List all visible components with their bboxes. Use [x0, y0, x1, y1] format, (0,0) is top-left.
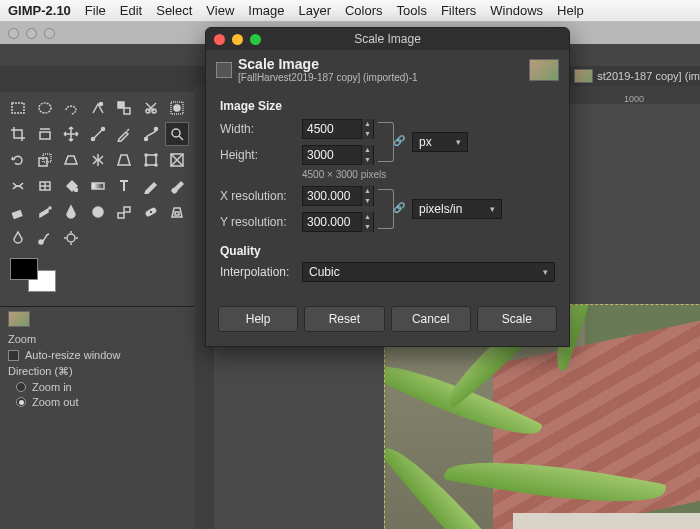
tool-color-picker-icon[interactable] [112, 122, 136, 146]
menu-tools[interactable]: Tools [397, 3, 427, 18]
xres-spinner[interactable]: ▲▼ [302, 186, 374, 206]
svg-point-1 [39, 103, 51, 113]
tool-cage-icon[interactable] [165, 148, 189, 172]
tool-ink-icon[interactable] [59, 200, 83, 224]
tool-zoom-icon[interactable] [165, 122, 189, 146]
menu-layer[interactable]: Layer [298, 3, 331, 18]
traffic-min-icon[interactable] [26, 28, 37, 39]
tool-perspective-clone-icon[interactable] [165, 200, 189, 224]
dialog-header-title: Scale Image [238, 56, 529, 72]
width-spinner[interactable]: ▲▼ [302, 119, 374, 139]
spin-down-icon[interactable]: ▼ [361, 222, 373, 232]
spin-down-icon[interactable]: ▼ [361, 196, 373, 206]
tool-gradient-icon[interactable] [86, 174, 110, 198]
tool-free-select-icon[interactable] [59, 96, 83, 120]
autoresize-row[interactable]: Auto-resize window [8, 349, 186, 361]
tool-brush-icon[interactable] [165, 174, 189, 198]
tool-text-icon[interactable] [112, 174, 136, 198]
tool-bucket-icon[interactable] [59, 174, 83, 198]
tool-eraser-icon[interactable] [6, 200, 30, 224]
xres-input[interactable] [303, 189, 361, 203]
link-bracket-icon: 🔗 [378, 122, 394, 162]
foreground-color-icon[interactable] [10, 258, 38, 280]
menu-edit[interactable]: Edit [120, 3, 142, 18]
tool-measure-icon[interactable] [86, 122, 110, 146]
traffic-close-icon[interactable] [8, 28, 19, 39]
spin-down-icon[interactable]: ▼ [361, 155, 373, 165]
tool-move-icon[interactable] [59, 122, 83, 146]
tool-shear-icon[interactable] [59, 148, 83, 172]
menu-windows[interactable]: Windows [490, 3, 543, 18]
spin-up-icon[interactable]: ▲ [361, 119, 373, 129]
dialog-minimize-icon[interactable] [232, 34, 243, 45]
tool-flip-icon[interactable] [86, 148, 110, 172]
tool-grid [0, 92, 194, 254]
checkbox-icon[interactable] [8, 350, 19, 361]
yres-spinner[interactable]: ▲▼ [302, 212, 374, 232]
tool-mypaint-icon[interactable] [86, 200, 110, 224]
radio-icon[interactable] [16, 397, 26, 407]
height-spinner[interactable]: ▲▼ [302, 145, 374, 165]
tool-foreground-select-icon[interactable] [165, 96, 189, 120]
tool-warp-icon[interactable] [6, 174, 30, 198]
tool-pencil-icon[interactable] [139, 174, 163, 198]
radio-icon[interactable] [16, 382, 26, 392]
radio-zoom-in[interactable]: Zoom in [16, 381, 186, 393]
tool-fuzzy-select-icon[interactable] [86, 96, 110, 120]
interpolation-select[interactable]: Cubic▾ [302, 262, 555, 282]
svg-rect-32 [175, 212, 179, 215]
tool-clone-icon[interactable] [112, 200, 136, 224]
spin-down-icon[interactable]: ▼ [361, 129, 373, 139]
tool-smudge-icon[interactable] [33, 226, 57, 250]
tool-handle-transform-icon[interactable] [33, 174, 57, 198]
menu-view[interactable]: View [206, 3, 234, 18]
tool-paths-icon[interactable] [139, 122, 163, 146]
tool-options-tab-icon[interactable] [8, 311, 30, 327]
tool-dodge-icon[interactable] [59, 226, 83, 250]
tool-align-icon[interactable] [33, 122, 57, 146]
menu-file[interactable]: File [85, 3, 106, 18]
tab-thumb-icon[interactable] [574, 69, 593, 83]
spin-up-icon[interactable]: ▲ [361, 186, 373, 196]
svg-point-33 [39, 240, 43, 244]
tool-by-color-icon[interactable] [112, 96, 136, 120]
menu-colors[interactable]: Colors [345, 3, 383, 18]
tool-rotate-icon[interactable] [6, 148, 30, 172]
yres-input[interactable] [303, 215, 361, 229]
chain-link-icon[interactable]: 🔗 [393, 202, 403, 216]
size-unit-select[interactable]: px▾ [412, 132, 468, 152]
spin-up-icon[interactable]: ▲ [361, 212, 373, 222]
svg-rect-30 [124, 207, 130, 212]
tool-ellipse-select-icon[interactable] [33, 96, 57, 120]
traffic-max-icon[interactable] [44, 28, 55, 39]
tool-heal-icon[interactable] [139, 200, 163, 224]
help-button[interactable]: Help [218, 306, 298, 332]
tool-crop-icon[interactable] [6, 122, 30, 146]
tool-iscissors-icon[interactable] [139, 96, 163, 120]
scale-button[interactable]: Scale [477, 306, 557, 332]
dialog-zoom-icon[interactable] [250, 34, 261, 45]
svg-point-2 [99, 103, 102, 106]
width-input[interactable] [303, 122, 361, 136]
radio-zoom-out[interactable]: Zoom out [16, 396, 186, 408]
color-swatches[interactable] [10, 258, 60, 298]
menu-help[interactable]: Help [557, 3, 584, 18]
tool-rect-select-icon[interactable] [6, 96, 30, 120]
tool-perspective-icon[interactable] [112, 148, 136, 172]
tool-unified-transform-icon[interactable] [139, 148, 163, 172]
reset-button[interactable]: Reset [304, 306, 384, 332]
dialog-close-icon[interactable] [214, 34, 225, 45]
chain-link-icon[interactable]: 🔗 [393, 135, 403, 149]
menu-select[interactable]: Select [156, 3, 192, 18]
tool-airbrush-icon[interactable] [33, 200, 57, 224]
menu-image[interactable]: Image [248, 3, 284, 18]
cancel-button[interactable]: Cancel [391, 306, 471, 332]
height-label: Height: [220, 148, 302, 162]
menu-filters[interactable]: Filters [441, 3, 476, 18]
tool-blur-icon[interactable] [6, 226, 30, 250]
spin-up-icon[interactable]: ▲ [361, 145, 373, 155]
height-input[interactable] [303, 148, 361, 162]
res-unit-select[interactable]: pixels/in▾ [412, 199, 502, 219]
tool-scale-icon[interactable] [33, 148, 57, 172]
dialog-titlebar[interactable]: Scale Image [206, 28, 569, 50]
